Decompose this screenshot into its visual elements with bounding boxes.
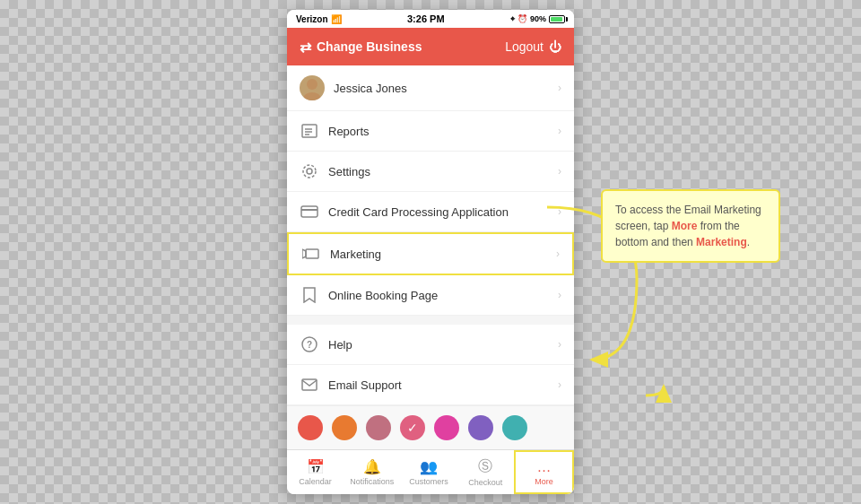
chevron-icon: ›	[558, 289, 561, 301]
credit-card-label: Credit Card Processing Application	[328, 205, 558, 219]
tooltip-text-after: .	[747, 236, 750, 248]
card-icon	[300, 202, 319, 222]
help-label: Help	[328, 338, 558, 352]
menu-item-email-support[interactable]: Email Support ›	[287, 365, 574, 405]
chevron-icon: ›	[558, 125, 561, 137]
tooltip-box: To access the Email Marketing screen, ta…	[601, 189, 780, 263]
menu-item-settings[interactable]: Settings ›	[287, 152, 574, 192]
color-dots-row: ✓	[287, 405, 574, 449]
help-icon: ?	[300, 335, 319, 354]
color-dot-pink-check[interactable]: ✓	[400, 415, 425, 440]
svg-rect-8	[301, 206, 317, 217]
settings-label: Settings	[328, 165, 558, 178]
logout-label: Logout	[505, 39, 544, 54]
time-display: 3:26 PM	[407, 13, 445, 24]
nav-calendar[interactable]: 📅 Calendar	[287, 450, 344, 494]
battery-percent: 90%	[530, 14, 546, 23]
location-icon: ⌖	[510, 14, 515, 24]
bell-icon: 🔔	[363, 458, 381, 475]
app-header: ⇄ Change Business Logout ⏻	[287, 28, 574, 65]
status-bar: Verizon 📶 3:26 PM ⌖ ⏰ 90%	[287, 10, 574, 28]
calendar-label: Calendar	[299, 477, 332, 486]
settings-icon	[300, 161, 319, 181]
tooltip-bold-marketing: Marketing	[696, 236, 747, 248]
email-icon	[300, 375, 319, 395]
color-dot-red[interactable]	[298, 415, 323, 440]
svg-text:?: ?	[307, 340, 312, 350]
battery-icon	[549, 15, 565, 23]
booking-label: Online Booking Page	[328, 289, 558, 302]
nav-checkout[interactable]: Ⓢ Checkout	[457, 450, 514, 494]
marketing-icon	[301, 244, 321, 264]
header-title[interactable]: Change Business	[317, 39, 422, 54]
svg-rect-15	[302, 379, 317, 390]
carrier-text: Verizon	[296, 14, 328, 24]
menu-item-help[interactable]: ? Help ›	[287, 325, 574, 365]
svg-marker-12	[304, 288, 315, 302]
tooltip-bold-more: More	[672, 220, 698, 232]
avatar	[300, 75, 325, 100]
svg-point-7	[303, 165, 316, 178]
logout-button[interactable]: Logout ⏻	[505, 39, 561, 54]
calendar-icon: 📅	[307, 458, 325, 475]
customers-icon: 👥	[420, 458, 438, 475]
svg-point-1	[303, 92, 321, 100]
color-dot-teal[interactable]	[502, 415, 527, 440]
bookmark-icon	[300, 285, 319, 305]
chevron-icon: ›	[556, 248, 560, 260]
menu-list: Jessica Jones › Reports ›	[287, 65, 574, 405]
header-left[interactable]: ⇄ Change Business	[300, 39, 422, 56]
status-right: ⌖ ⏰ 90%	[510, 14, 565, 24]
more-label: More	[535, 477, 553, 486]
menu-item-booking[interactable]: Online Booking Page ›	[287, 275, 574, 316]
color-dot-purple[interactable]	[468, 415, 493, 440]
phone-wrapper: Verizon 📶 3:26 PM ⌖ ⏰ 90% ⇄ Change Busin…	[287, 10, 574, 494]
menu-item-reports[interactable]: Reports ›	[287, 111, 574, 152]
chevron-icon: ›	[558, 378, 561, 391]
change-business-icon: ⇄	[300, 39, 311, 56]
chevron-icon: ›	[558, 82, 561, 94]
checkout-icon: Ⓢ	[478, 457, 492, 476]
email-support-label: Email Support	[328, 378, 558, 392]
chevron-icon: ›	[558, 165, 561, 178]
wifi-icon: 📶	[331, 14, 342, 24]
color-dot-mauve[interactable]	[366, 415, 391, 440]
svg-marker-11	[302, 249, 306, 258]
svg-rect-2	[302, 125, 317, 137]
svg-rect-10	[306, 249, 318, 258]
menu-item-jessica[interactable]: Jessica Jones ›	[287, 65, 574, 111]
checkout-label: Checkout	[468, 478, 502, 487]
nav-customers[interactable]: 👥 Customers	[400, 450, 457, 494]
nav-notifications[interactable]: 🔔 Notifications	[344, 450, 400, 494]
phone: Verizon 📶 3:26 PM ⌖ ⏰ 90% ⇄ Change Busin…	[287, 10, 574, 494]
menu-item-credit-card[interactable]: Credit Card Processing Application ›	[287, 192, 574, 232]
more-icon: …	[536, 459, 551, 475]
bottom-nav: 📅 Calendar 🔔 Notifications 👥 Customers Ⓢ…	[287, 449, 574, 494]
notifications-label: Notifications	[350, 477, 394, 486]
reports-icon	[300, 121, 319, 141]
menu-separator	[287, 316, 574, 325]
color-dot-magenta[interactable]	[434, 415, 459, 440]
jessica-label: Jessica Jones	[334, 82, 558, 95]
reports-label: Reports	[328, 125, 558, 138]
status-left: Verizon 📶	[296, 14, 342, 24]
nav-more[interactable]: … More	[514, 450, 574, 494]
power-icon: ⏻	[549, 39, 561, 54]
svg-point-0	[307, 79, 317, 90]
color-dot-orange[interactable]	[332, 415, 357, 440]
chevron-icon: ›	[558, 205, 561, 218]
customers-label: Customers	[409, 477, 448, 486]
marketing-label: Marketing	[330, 248, 556, 261]
menu-item-marketing[interactable]: Marketing ›	[287, 232, 574, 275]
svg-point-6	[307, 169, 312, 174]
chevron-icon: ›	[558, 338, 561, 351]
alarm-icon: ⏰	[517, 14, 527, 23]
